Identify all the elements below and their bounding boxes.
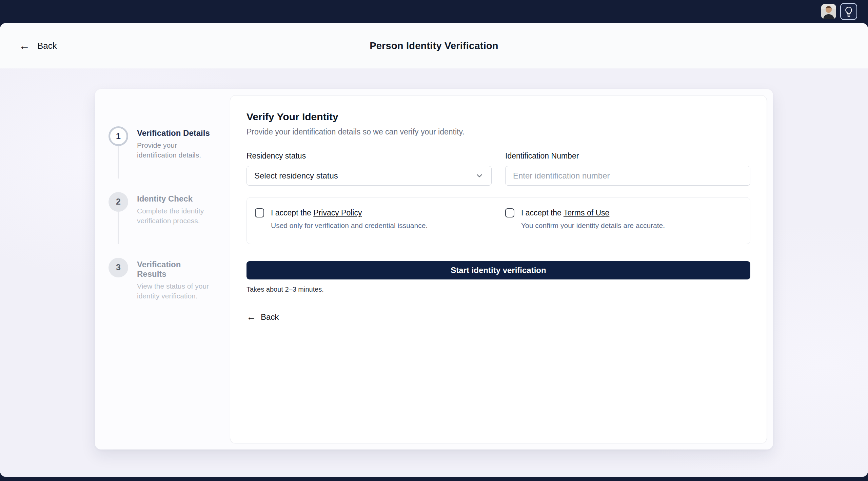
fields-row: Residency status Select residency status… <box>246 151 750 186</box>
help-lightbulb-button[interactable] <box>840 3 857 20</box>
app-window: ← Back Person Identity Verification 1 Ve… <box>0 23 868 477</box>
verification-card: 1 Verification Details Provide your iden… <box>95 89 773 449</box>
step-1-description: Provide your identification details. <box>137 141 211 160</box>
verify-identity-form: Verify Your Identity Provide your identi… <box>230 95 767 443</box>
step-2-description: Complete the identity verification proce… <box>137 206 211 226</box>
user-avatar[interactable] <box>821 4 836 19</box>
privacy-policy-checkbox-row[interactable]: I accept the Privacy Policy <box>255 208 492 217</box>
back-arrow-icon: ← <box>19 40 30 51</box>
user-avatar-photo <box>821 4 836 19</box>
form-back-label: Back <box>261 312 279 322</box>
form-heading: Verify Your Identity <box>246 111 750 123</box>
residency-status-select[interactable]: Select residency status <box>246 166 492 186</box>
privacy-policy-checkbox[interactable] <box>255 208 264 217</box>
step-identity-check: 2 Identity Check Complete the identity v… <box>108 192 230 258</box>
privacy-policy-consent: I accept the Privacy Policy Used only fo… <box>255 208 492 230</box>
terms-of-use-link[interactable]: Terms of Use <box>564 208 609 217</box>
step-3-description: View the status of your identity verific… <box>137 281 211 301</box>
step-verification-results: 3 Verification Results View the status o… <box>108 258 230 333</box>
residency-status-label: Residency status <box>246 151 492 161</box>
step-3-title: Verification Results <box>137 260 211 279</box>
privacy-consent-description: Used only for verification and credentia… <box>271 222 492 230</box>
terms-of-use-checkbox-row[interactable]: I accept the Terms of Use <box>505 208 742 217</box>
form-back-button[interactable]: ← Back <box>246 312 279 322</box>
consent-panel: I accept the Privacy Policy Used only fo… <box>246 197 750 244</box>
terms-of-use-checkbox[interactable] <box>505 208 514 217</box>
terms-of-use-consent: I accept the Terms of Use You confirm yo… <box>505 208 742 230</box>
privacy-policy-link[interactable]: Privacy Policy <box>313 208 362 217</box>
privacy-consent-text: I accept the <box>271 208 313 217</box>
residency-status-value: Select residency status <box>254 171 338 181</box>
residency-status-field: Residency status Select residency status <box>246 151 492 186</box>
step-1-circle: 1 <box>108 126 128 146</box>
start-identity-verification-button[interactable]: Start identity verification <box>246 261 750 279</box>
page-title: Person Identity Verification <box>0 40 868 51</box>
identification-number-input[interactable] <box>505 166 750 186</box>
duration-note: Takes about 2–3 minutes. <box>246 286 750 293</box>
chevron-down-icon <box>475 171 484 180</box>
header-back-button[interactable]: ← Back <box>19 23 57 68</box>
step-verification-details: 1 Verification Details Provide your iden… <box>108 126 230 192</box>
stepper: 1 Verification Details Provide your iden… <box>101 95 230 443</box>
identification-number-label: Identification Number <box>505 151 750 161</box>
back-label: Back <box>37 41 57 51</box>
back-arrow-icon: ← <box>246 312 256 322</box>
app-header: ← Back Person Identity Verification <box>0 23 868 68</box>
identification-number-field: Identification Number <box>505 151 750 186</box>
step-3-circle: 3 <box>108 258 128 277</box>
step-2-circle: 2 <box>108 192 128 212</box>
terms-consent-text: I accept the <box>521 208 564 217</box>
top-bar <box>0 0 868 23</box>
terms-consent-description: You confirm your identity details are ac… <box>521 222 742 230</box>
form-subheading: Provide your identification details so w… <box>246 127 750 137</box>
step-2-title: Identity Check <box>137 194 211 204</box>
step-1-title: Verification Details <box>137 128 211 138</box>
lightbulb-icon <box>844 6 853 17</box>
